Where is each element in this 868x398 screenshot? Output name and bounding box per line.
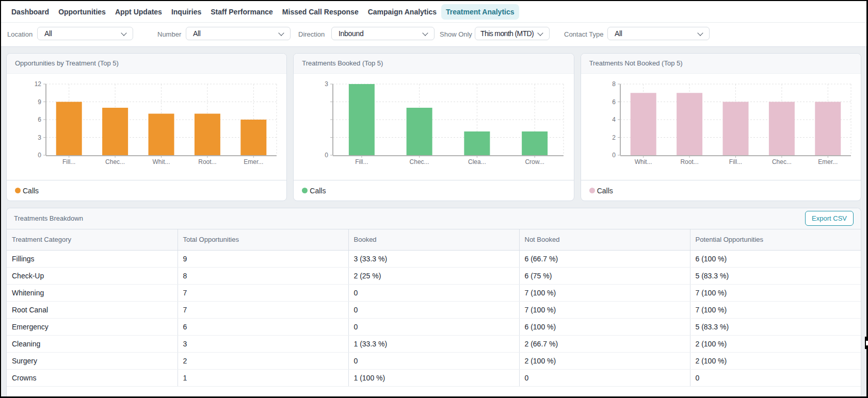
bar-chec[interactable] xyxy=(102,108,128,155)
filter-value-location: All xyxy=(44,27,52,40)
chevron-down-icon xyxy=(278,30,284,36)
chart-legend[interactable]: Calls xyxy=(294,180,573,201)
chart-legend[interactable]: Calls xyxy=(581,180,861,201)
table-cell: 5 (83.3 %) xyxy=(690,318,861,335)
nav-tab-missed-call-response[interactable]: Missed Call Response xyxy=(278,4,363,20)
treatments-breakdown-title: Treatments Breakdown xyxy=(7,208,861,229)
table-cell: 2 (25 %) xyxy=(348,267,519,284)
table-cell: Root Canal xyxy=(7,301,178,318)
filter-label-location: Location xyxy=(7,23,33,46)
export-csv-button[interactable]: Export CSV xyxy=(805,211,854,226)
filter-select-contact-type[interactable]: All xyxy=(607,27,710,40)
table-cell: 3 (33.3 %) xyxy=(348,250,519,267)
x-category-label: Chec... xyxy=(772,158,792,165)
table-cell: 6 (75 %) xyxy=(519,267,690,284)
chart-card-title: Opportunities by Treatment (Top 5) xyxy=(7,54,286,74)
x-category-label: Fill... xyxy=(62,158,75,165)
table-header-booked: Booked xyxy=(348,229,519,250)
nav-tab-appt-updates[interactable]: Appt Updates xyxy=(110,4,167,20)
bar-crow[interactable] xyxy=(522,131,548,155)
legend-label: Calls xyxy=(23,187,39,195)
table-header-not-booked: Not Booked xyxy=(519,229,690,250)
table-cell: Fillings xyxy=(7,250,178,267)
table-header-treatment-category: Treatment Category xyxy=(7,229,178,250)
bar-whit[interactable] xyxy=(149,114,174,156)
treatments-breakdown-header: Treatments Breakdown Export CSV xyxy=(7,208,861,229)
table-cell: Crowns xyxy=(7,369,178,386)
x-category-label: Clea... xyxy=(468,158,486,165)
x-category-label: Fill... xyxy=(356,158,368,165)
bar-chec[interactable] xyxy=(769,102,795,156)
nav-tab-treatment-analytics[interactable]: Treatment Analytics xyxy=(441,4,519,20)
nav-tab-opportunities[interactable]: Opportunities xyxy=(54,4,110,20)
bar-whit[interactable] xyxy=(630,93,656,155)
treatments-breakdown-card: Treatments Breakdown Export CSV Treatmen… xyxy=(6,208,861,396)
nav-tab-inquiries[interactable]: Inquiries xyxy=(167,4,206,20)
bar-fill[interactable] xyxy=(56,102,82,156)
table-row-crowns: Crowns11 (100 %)00 xyxy=(7,369,861,386)
y-tick-label: 9 xyxy=(38,98,41,106)
nav-tab-dashboard[interactable]: Dashboard xyxy=(7,4,54,20)
table-header-total-opportunities: Total Opportunities xyxy=(178,229,348,250)
bar-emer[interactable] xyxy=(240,120,266,155)
bar-fill[interactable] xyxy=(722,102,748,156)
table-cell: 7 xyxy=(178,284,348,301)
y-tick-label: 6 xyxy=(38,116,41,123)
y-tick-label: 6 xyxy=(612,98,616,106)
nav-tab-campaign-analytics[interactable]: Campaign Analytics xyxy=(363,4,441,20)
table-cell: 1 xyxy=(178,369,348,386)
table-header-potential-opportunities: Potential Opportunities xyxy=(690,229,861,250)
treatments-table: Treatment CategoryTotal OpportunitiesBoo… xyxy=(7,229,861,387)
filter-label-direction: Direction xyxy=(298,23,325,46)
y-tick-label: 0 xyxy=(325,152,329,159)
x-category-label: Whit... xyxy=(634,158,652,165)
table-cell: 0 xyxy=(519,369,690,386)
filter-label-contact-type: Contact Type xyxy=(564,23,603,46)
x-category-label: Crow... xyxy=(525,158,544,165)
table-row-check-up: Check-Up82 (25 %)6 (75 %)5 (83.3 %) xyxy=(7,267,861,284)
table-cell: Surgery xyxy=(7,352,178,369)
chevron-down-icon xyxy=(697,30,703,36)
chart-plot-area: 036912Fill...Chec...Whit...Root...Emer..… xyxy=(7,74,286,180)
nav-tab-staff-performance[interactable]: Staff Performance xyxy=(206,4,278,20)
y-tick-label: 0 xyxy=(612,152,616,159)
x-category-label: Root... xyxy=(680,158,698,165)
table-cell: 2 xyxy=(178,352,348,369)
bar-root[interactable] xyxy=(195,114,220,156)
bar-root[interactable] xyxy=(677,93,702,155)
table-cell: Whitening xyxy=(7,284,178,301)
bar-emer[interactable] xyxy=(815,102,841,156)
app-window: DashboardOpportunitiesAppt UpdatesInquir… xyxy=(0,0,868,398)
filter-select-direction[interactable]: Inbound xyxy=(331,27,435,40)
filter-select-number[interactable]: All xyxy=(186,27,291,40)
table-cell: 7 xyxy=(178,301,348,318)
table-row-emergency: Emergency606 (100 %)5 (83.3 %) xyxy=(7,318,861,335)
filter-select-location[interactable]: All xyxy=(37,27,133,40)
legend-dot-icon xyxy=(15,188,21,193)
table-row-whitening: Whitening707 (100 %)7 (100 %) xyxy=(7,284,861,301)
legend-dot-icon xyxy=(302,188,308,193)
table-cell: 0 xyxy=(348,301,519,318)
table-cell: 9 xyxy=(178,250,348,267)
table-cell: 0 xyxy=(348,352,519,369)
chart-card-treatments-not-booked-top-5: Treatments Not Booked (Top 5)02468Whit..… xyxy=(581,53,861,201)
chart-legend[interactable]: Calls xyxy=(7,180,286,201)
table-row-cleaning: Cleaning31 (33.3 %)2 (66.7 %)2 (100 %) xyxy=(7,335,861,352)
table-cell: 6 (66.7 %) xyxy=(519,250,690,267)
chevron-down-icon xyxy=(537,30,543,36)
table-cell: 7 (100 %) xyxy=(519,301,690,318)
filter-select-show-only[interactable]: This month (MTD) xyxy=(475,27,550,40)
bar-fill[interactable] xyxy=(349,84,375,155)
x-category-label: Fill... xyxy=(729,158,742,165)
y-tick-label: 0 xyxy=(38,152,41,159)
y-tick-label: 8 xyxy=(612,80,616,88)
table-cell: 8 xyxy=(178,267,348,284)
table-cell: Emergency xyxy=(7,318,178,335)
table-cell: 0 xyxy=(348,284,519,301)
bar-chec[interactable] xyxy=(407,108,432,155)
chart-card-opportunities-by-treatment-top-5: Opportunities by Treatment (Top 5)036912… xyxy=(6,53,287,201)
filter-bar: LocationAllNumberAllDirectionInboundShow… xyxy=(1,23,866,47)
table-cell: 6 xyxy=(178,318,348,335)
x-category-label: Chec... xyxy=(410,158,429,165)
bar-clea[interactable] xyxy=(464,131,490,155)
